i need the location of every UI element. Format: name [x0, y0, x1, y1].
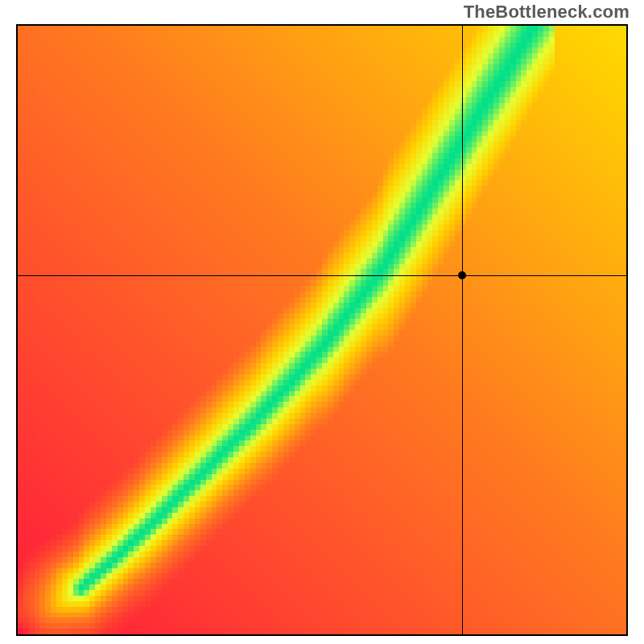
watermark-text: TheBottleneck.com [464, 2, 630, 23]
chart-container: { "watermark": "TheBottleneck.com", "cha… [0, 0, 644, 644]
heatmap-canvas [18, 26, 626, 634]
plot-area [16, 24, 628, 636]
